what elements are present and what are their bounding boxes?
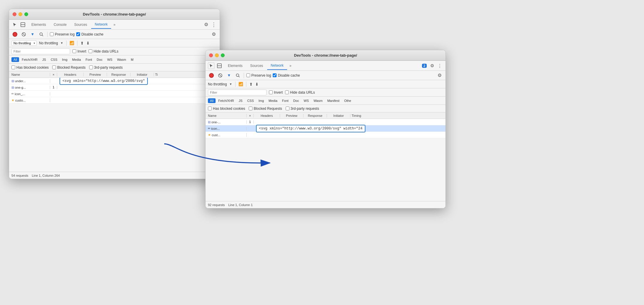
settings-icon-front[interactable]: ⚙ (428, 62, 435, 69)
third-party-back[interactable]: 3rd-party requests (89, 65, 123, 70)
blocked-requests-back[interactable]: Blocked Requests (52, 65, 86, 70)
type-js-front[interactable]: JS (237, 98, 245, 103)
cursor-icon-front[interactable] (208, 63, 214, 69)
type-js-back[interactable]: JS (40, 57, 48, 62)
preserve-log-checkbox-front[interactable] (246, 73, 250, 77)
type-doc-front[interactable]: Doc (291, 98, 301, 103)
col-x-front[interactable]: × (247, 114, 254, 117)
clear-button-back[interactable] (20, 31, 27, 38)
type-ws-front[interactable]: WS (301, 98, 311, 103)
disable-cache-checkbox-front[interactable] (273, 73, 277, 77)
type-font-front[interactable]: Font (280, 98, 291, 103)
search-button-front[interactable] (234, 72, 241, 79)
col-response-front[interactable]: Response (304, 114, 327, 117)
record-button-front[interactable] (208, 72, 215, 79)
third-party-front[interactable]: 3rd-party requests (286, 107, 319, 111)
type-font-back[interactable]: Font (84, 57, 94, 62)
maximize-button-front[interactable] (221, 53, 225, 57)
preserve-log-checkbox-back[interactable] (50, 32, 54, 36)
col-preview-back[interactable]: Preview (84, 73, 107, 76)
more-options-icon-front[interactable]: ⋮ (436, 62, 443, 69)
type-wasm-back[interactable]: Wasm (115, 57, 128, 62)
hide-data-urls-front[interactable]: Hide data URLs (285, 90, 315, 95)
col-name-back[interactable]: Name (9, 73, 50, 76)
type-doc-back[interactable]: Doc (95, 57, 105, 62)
type-more-back[interactable]: M (129, 57, 135, 62)
filter-input-front[interactable] (208, 90, 267, 95)
tab-elements-back[interactable]: Elements (28, 21, 50, 28)
filter-button-front[interactable]: ▼ (226, 72, 233, 79)
clear-button-front[interactable] (217, 72, 224, 79)
invert-front[interactable]: Invert (269, 90, 283, 95)
type-other-front[interactable]: Othe (342, 98, 353, 103)
table-row[interactable]: ▤ under... <svg xmlns="http://www.w3.org… (9, 78, 220, 84)
disable-cache-front[interactable]: Disable cache (273, 73, 300, 77)
type-img-front[interactable]: Img (257, 98, 266, 103)
invert-checkbox-back[interactable] (72, 49, 76, 53)
minimize-button-back[interactable] (18, 12, 22, 16)
blocked-cookies-back[interactable]: Has blocked cookies (11, 65, 49, 70)
hide-data-checkbox-front[interactable] (285, 90, 289, 94)
col-initiator-front[interactable]: Initiator (327, 114, 350, 117)
col-response-back[interactable]: Response (107, 73, 131, 76)
col-initiator-back[interactable]: Initiator (131, 73, 154, 76)
col-headers-back[interactable]: Headers (57, 73, 84, 76)
col-preview-front[interactable]: Preview (280, 114, 304, 117)
cursor-icon[interactable] (11, 21, 18, 28)
maximize-button-back[interactable] (24, 12, 28, 16)
network-settings-icon-back[interactable]: ⚙ (210, 31, 217, 38)
col-name-front[interactable]: Name (206, 114, 247, 117)
record-button-back[interactable] (11, 31, 18, 38)
type-css-back[interactable]: CSS (49, 57, 60, 62)
col-headers-front[interactable]: Headers (254, 114, 280, 117)
close-button-front[interactable] (209, 53, 213, 57)
tab-network-back[interactable]: Network (91, 21, 111, 29)
blocked-requests-front[interactable]: Blocked Requests (249, 107, 282, 111)
table-row[interactable]: ✏ icon... <svg xmlns="http://www.w3.org/… (206, 125, 445, 132)
type-all-back[interactable]: All (11, 57, 19, 62)
close-button-back[interactable] (13, 12, 16, 16)
dock-icon[interactable] (20, 21, 26, 28)
invert-checkbox-front[interactable] (269, 90, 273, 94)
third-party-checkbox-front[interactable] (286, 107, 289, 110)
blocked-requests-checkbox-front[interactable] (249, 107, 252, 110)
blocked-cookies-front[interactable]: Has blocked cookies (208, 107, 245, 111)
col-x-back[interactable]: × (50, 73, 57, 76)
search-button-back[interactable] (38, 31, 45, 38)
type-fetch-front[interactable]: Fetch/XHR (216, 98, 236, 103)
disable-cache-checkbox-back[interactable] (76, 32, 80, 36)
more-options-icon-back[interactable]: ⋮ (210, 21, 217, 28)
type-ws-back[interactable]: WS (105, 57, 114, 62)
type-wasm-front[interactable]: Wasm (311, 98, 325, 103)
type-css-front[interactable]: CSS (245, 98, 256, 103)
type-img-back[interactable]: Img (60, 57, 70, 62)
blocked-cookies-checkbox-front[interactable] (208, 107, 212, 110)
blocked-cookies-checkbox-back[interactable] (11, 65, 15, 69)
table-row[interactable]: ★ custo... (9, 97, 220, 104)
throttle-select-back[interactable]: No throttling (11, 41, 37, 46)
table-row[interactable]: ✏ icon_... (9, 91, 220, 97)
throttle-select-wrapper-back[interactable]: No throttling (11, 41, 37, 46)
type-manifest-front[interactable]: Manifest (325, 98, 342, 103)
network-settings-icon-front[interactable]: ⚙ (436, 72, 443, 79)
type-fetch-back[interactable]: Fetch/XHR (20, 57, 40, 62)
type-media-front[interactable]: Media (267, 98, 279, 103)
col-timing-front[interactable]: Timing (350, 114, 445, 117)
type-media-back[interactable]: Media (70, 57, 83, 62)
tab-sources-front[interactable]: Sources (247, 62, 267, 70)
settings-icon-back[interactable]: ⚙ (203, 21, 210, 28)
tab-network-front[interactable]: Network (267, 62, 287, 70)
blocked-requests-checkbox-back[interactable] (52, 65, 56, 69)
tab-elements-front[interactable]: Elements (224, 62, 246, 70)
tab-console-back[interactable]: Console (50, 21, 70, 28)
tab-more-front[interactable]: » (288, 63, 293, 69)
third-party-checkbox-back[interactable] (89, 65, 93, 69)
minimize-button-front[interactable] (215, 53, 219, 57)
tab-more-back[interactable]: » (112, 21, 117, 28)
tab-sources-back[interactable]: Sources (71, 21, 91, 28)
filter-input-back[interactable] (11, 48, 70, 54)
preserve-log-back[interactable]: Preserve log (50, 32, 74, 36)
invert-back[interactable]: Invert (72, 49, 86, 53)
disable-cache-back[interactable]: Disable cache (76, 32, 103, 36)
hide-data-checkbox-back[interactable] (89, 49, 92, 53)
